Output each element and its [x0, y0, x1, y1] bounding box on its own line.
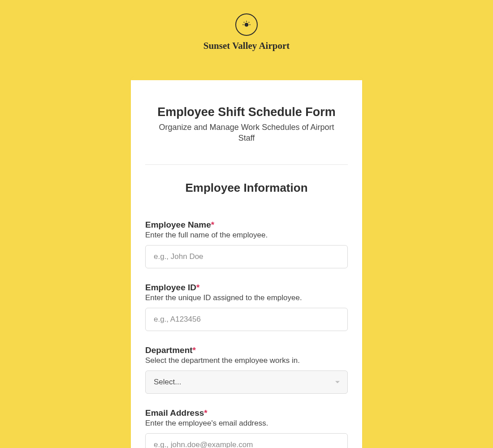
employee-id-input[interactable]	[145, 308, 348, 331]
email-label-text: Email Address	[145, 408, 204, 418]
required-marker: *	[211, 220, 214, 229]
employee-name-label: Employee Name*	[145, 220, 348, 230]
sun-icon	[241, 18, 252, 31]
department-select-wrap: Select...	[145, 370, 348, 394]
department-select[interactable]: Select...	[145, 370, 348, 394]
required-marker: *	[204, 408, 207, 418]
field-employee-name: Employee Name* Enter the full name of th…	[145, 220, 348, 268]
email-label: Email Address*	[145, 408, 348, 418]
email-input[interactable]	[145, 433, 348, 448]
department-label-text: Department	[145, 345, 193, 355]
required-marker: *	[193, 345, 196, 355]
form-subtitle: Organize and Manage Work Schedules of Ai…	[150, 122, 343, 144]
org-name: Sunset Valley Airport	[0, 40, 493, 52]
employee-name-label-text: Employee Name	[145, 220, 211, 229]
form-title: Employee Shift Schedule Form	[145, 105, 348, 119]
department-help: Select the department the employee works…	[145, 356, 348, 365]
svg-point-2	[244, 22, 245, 23]
svg-point-0	[245, 23, 249, 27]
svg-point-4	[242, 24, 243, 25]
form-card: Employee Shift Schedule Form Organize an…	[131, 77, 362, 448]
required-marker: *	[196, 283, 199, 292]
employee-name-input[interactable]	[145, 245, 348, 268]
svg-point-1	[246, 21, 247, 22]
field-email: Email Address* Enter the employee's emai…	[145, 408, 348, 448]
employee-name-help: Enter the full name of the employee.	[145, 231, 348, 240]
page-header: Sunset Valley Airport	[0, 0, 493, 60]
field-employee-id: Employee ID* Enter the unique ID assigne…	[145, 283, 348, 331]
department-label: Department*	[145, 345, 348, 355]
employee-id-label-text: Employee ID	[145, 283, 196, 292]
employee-id-label: Employee ID*	[145, 283, 348, 293]
svg-point-3	[248, 22, 249, 23]
employee-id-help: Enter the unique ID assigned to the empl…	[145, 293, 348, 302]
divider	[145, 164, 348, 165]
svg-point-5	[250, 24, 251, 25]
email-help: Enter the employee's email address.	[145, 419, 348, 428]
field-department: Department* Select the department the em…	[145, 345, 348, 394]
logo-circle	[235, 13, 258, 36]
section-title: Employee Information	[145, 181, 348, 195]
